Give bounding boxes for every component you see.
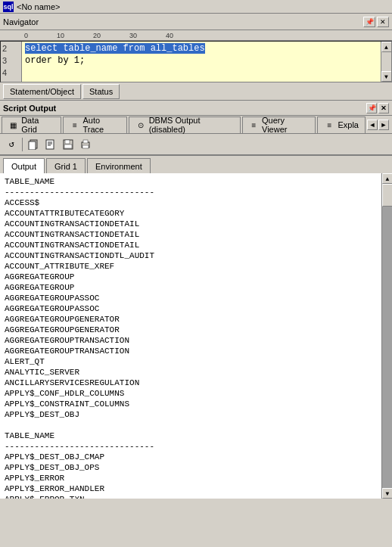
script-output-close-btn[interactable]: ✕ — [378, 103, 389, 113]
main-content: TABLE_NAME -----------------------------… — [0, 173, 392, 499]
tab-output[interactable]: Output — [3, 158, 45, 173]
bottom-tabs: Output Grid 1 Environment — [0, 155, 392, 173]
dbms-output-label: DBMS Output (disabled) — [149, 116, 234, 134]
navigator-bar: Navigator 📌 ✕ — [0, 14, 392, 30]
title-bar: sql <No name> — [0, 0, 392, 14]
print-icon — [80, 139, 91, 150]
save-btn[interactable] — [60, 136, 76, 153]
explain-icon: ≡ — [324, 120, 334, 130]
svg-rect-10 — [83, 140, 88, 143]
explain-label: Expla — [338, 120, 359, 129]
sql-editor[interactable]: 2 3 4 select table_name from all_tables … — [0, 41, 392, 82]
sql-line-4 — [25, 67, 378, 79]
output-scrollbar-v[interactable]: ▲ ▼ — [381, 173, 392, 499]
copy-btn[interactable] — [25, 136, 42, 153]
new-file-icon — [45, 139, 56, 150]
ruler-numbers: 0 10 20 30 40 — [23, 32, 173, 39]
scroll-up-btn[interactable]: ▲ — [381, 42, 392, 52]
environment-tab-label: Environment — [95, 162, 142, 171]
output-scroll-up[interactable]: ▲ — [382, 173, 392, 184]
svg-rect-8 — [64, 145, 72, 148]
script-output-btns: 📌 ✕ — [366, 103, 389, 113]
new-file-btn[interactable] — [42, 136, 59, 153]
query-viewer-icon: ≡ — [249, 120, 259, 130]
svg-rect-11 — [82, 145, 89, 148]
tab-scroll-left-btn[interactable]: ◄ — [367, 120, 378, 130]
output-tab-label: Output — [11, 162, 36, 171]
navigator-pin-btn[interactable]: 📌 — [363, 17, 375, 27]
script-output-title: Script Output — [3, 104, 366, 113]
grid1-tab-label: Grid 1 — [54, 162, 77, 171]
scroll-down-btn[interactable]: ▼ — [381, 71, 392, 82]
tab-explain[interactable]: ≡ Expla — [317, 117, 366, 133]
sql-line-2: select table_name from all_tables — [25, 42, 378, 54]
line-numbers: 2 3 4 — [1, 42, 22, 82]
output-scroll-thumb[interactable] — [382, 184, 392, 207]
navigator-close-btn[interactable]: ✕ — [377, 17, 389, 27]
tab-grid1[interactable]: Grid 1 — [46, 158, 86, 173]
status-btn[interactable]: Status — [82, 84, 120, 99]
auto-trace-icon: ≡ — [70, 120, 79, 130]
sql-content[interactable]: select table_name from all_tables order … — [22, 42, 381, 82]
navigator-label: Navigator — [3, 17, 362, 26]
dbms-output-icon: ⊙ — [135, 120, 145, 130]
stmt-toolbar: Statement/Object Status — [0, 82, 392, 101]
svg-rect-1 — [29, 141, 36, 150]
save-icon — [63, 139, 73, 150]
ruler: 0 10 20 30 40 — [0, 30, 392, 41]
output-text[interactable]: TABLE_NAME -----------------------------… — [0, 173, 381, 499]
tab-arrows: ◄ ► — [367, 120, 390, 130]
sql-scrollbar-v[interactable]: ▲ ▼ — [381, 42, 391, 82]
tab-auto-trace[interactable]: ≡ Auto Trace — [63, 117, 127, 133]
separator-1 — [22, 138, 23, 151]
tab-query-viewer[interactable]: ≡ Query Viewer — [242, 117, 316, 133]
statement-object-btn[interactable]: Statement/Object — [3, 84, 81, 99]
tab-environment[interactable]: Environment — [87, 158, 151, 173]
output-scroll-track — [382, 207, 392, 488]
tab-scroll-right-btn[interactable]: ► — [378, 120, 389, 130]
print-btn[interactable] — [77, 136, 94, 153]
scroll-track — [381, 52, 392, 71]
app-icon: sql — [3, 2, 14, 12]
svg-rect-7 — [65, 140, 70, 144]
svg-rect-2 — [46, 140, 54, 149]
window-title: <No name> — [17, 2, 60, 11]
refresh-btn[interactable]: ↺ — [3, 136, 20, 153]
output-scroll-down[interactable]: ▼ — [382, 488, 392, 499]
script-output-header: Script Output 📌 ✕ — [0, 101, 392, 116]
data-grid-icon: ▦ — [8, 120, 18, 130]
sql-line-3: order by 1; — [25, 54, 378, 67]
copy-icon — [28, 139, 39, 150]
output-tabs-bar: ▦ Data Grid ≡ Auto Trace ⊙ DBMS Output (… — [0, 116, 392, 134]
query-viewer-label: Query Viewer — [262, 116, 309, 134]
data-grid-label: Data Grid — [21, 116, 54, 134]
tab-data-grid[interactable]: ▦ Data Grid — [2, 117, 61, 133]
icon-toolbar: ↺ — [0, 134, 392, 155]
auto-trace-label: Auto Trace — [83, 116, 121, 134]
tab-dbms-output[interactable]: ⊙ DBMS Output (disabled) — [129, 117, 240, 133]
script-output-pin-btn[interactable]: 📌 — [366, 103, 377, 113]
